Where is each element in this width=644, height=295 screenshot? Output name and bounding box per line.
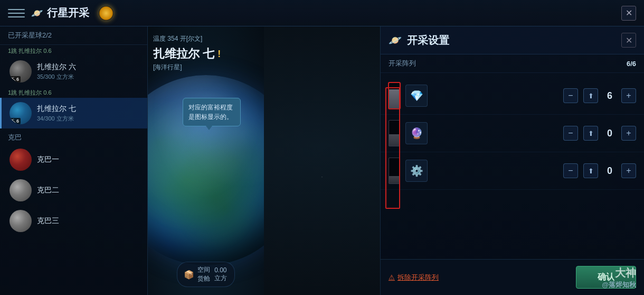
array-value: 6/6 bbox=[627, 60, 636, 68]
panel-close-button[interactable]: ✕ bbox=[621, 33, 636, 48]
sidebar-item-zavira7[interactable]: ⛏6 扎维拉尔 七 34/300 立方米 bbox=[0, 98, 147, 128]
watermark-top: 大神 bbox=[615, 266, 636, 280]
sidebar-item-zavira6[interactable]: ⛏6 扎维拉尔 六 35/300 立方米 bbox=[0, 56, 147, 87]
resource-controls-0: − ⬆ 6 + bbox=[433, 88, 636, 103]
increase-btn-0[interactable]: + bbox=[621, 88, 636, 103]
resource-icon-1: 🔮 bbox=[405, 122, 428, 144]
decrease-btn-0[interactable]: − bbox=[563, 88, 578, 103]
planet-avatar-zavira6: ⛏6 bbox=[10, 60, 32, 82]
increase-btn-1[interactable]: + bbox=[621, 126, 636, 141]
close-button-top[interactable]: ✕ bbox=[621, 6, 636, 21]
mining-panel: 🪐 开采设置 ✕ 开采阵列 6/6 💎 − ⬆ 6 + bbox=[380, 26, 644, 295]
resource-icon-2: ⚙️ bbox=[405, 160, 428, 182]
resource-controls-2: − ⬆ 0 + bbox=[433, 163, 636, 178]
resource-controls-1: − ⬆ 0 + bbox=[433, 126, 636, 141]
planet-info-zavira7: 扎维拉尔 七 34/300 立方米 bbox=[37, 104, 139, 123]
cargo-info: 📦 空间货舱 0.00立方 bbox=[177, 262, 235, 287]
watermark-bottom: @落烬知秋 bbox=[602, 280, 636, 290]
sidebar-item-keba2[interactable]: 克巴二 bbox=[0, 175, 147, 206]
planet-main-name: 扎维拉尔 七 ! bbox=[153, 46, 259, 62]
sidebar-header: 已开采星球2/2 bbox=[0, 26, 147, 45]
planet-name-zavira6: 扎维拉尔 六 bbox=[37, 62, 139, 72]
resource-panel: 💎 − ⬆ 6 + 🔮 − ⬆ 0 + bbox=[381, 73, 644, 194]
watermark: 大神 @落烬知秋 bbox=[602, 266, 636, 290]
title-area: 🪐 行星开采 bbox=[31, 6, 621, 21]
cargo-label: 空间货舱 bbox=[197, 265, 211, 283]
planet-type-tag: [海洋行星] bbox=[153, 63, 259, 72]
warning-small-icon: ⚠ bbox=[389, 273, 395, 281]
remove-label: 拆除开采阵列 bbox=[397, 273, 439, 282]
planet-info-keba3: 克巴三 bbox=[37, 216, 139, 226]
planet-info-keba2: 克巴二 bbox=[37, 186, 139, 195]
planet-name-keba2: 克巴二 bbox=[37, 186, 139, 195]
sun-icon bbox=[99, 6, 113, 21]
sidebar-item-keba3[interactable]: 克巴三 bbox=[0, 206, 147, 236]
resource-row-1: 🔮 − ⬆ 0 + bbox=[381, 115, 644, 152]
planet-resources-zavira7: 34/300 立方米 bbox=[37, 115, 139, 123]
planet-icon: 🪐 bbox=[31, 7, 43, 19]
warning-icon: ! bbox=[217, 49, 221, 60]
planet-info-keba1: 克巴一 bbox=[37, 155, 139, 164]
decrease-btn-2[interactable]: − bbox=[563, 163, 578, 178]
richness-highlight-overlay bbox=[385, 87, 400, 209]
remove-array-button[interactable]: ⚠ 拆除开采阵列 bbox=[389, 273, 439, 282]
planet-resources-zavira6: 35/300 立方米 bbox=[37, 73, 139, 81]
array-section: 开采阵列 6/6 bbox=[381, 54, 644, 73]
upload-btn-1[interactable]: ⬆ bbox=[583, 126, 598, 141]
sidebar-item-keba1[interactable]: 克巴一 bbox=[0, 144, 147, 175]
planet-temperature: 温度 354 开[尔文] bbox=[153, 34, 259, 43]
resource-row-2: ⚙️ − ⬆ 0 + bbox=[381, 152, 644, 190]
menu-icon[interactable] bbox=[8, 5, 25, 22]
cargo-icon: 📦 bbox=[184, 270, 194, 280]
jump-info-2: 1跳 扎维拉尔 0.6 bbox=[0, 87, 147, 98]
panel-title: 开采设置 bbox=[407, 33, 621, 48]
planet-avatar-keba2 bbox=[10, 179, 32, 201]
cargo-value: 0.00立方 bbox=[214, 266, 228, 283]
planet-avatar-keba3 bbox=[10, 210, 32, 232]
planet-name-zavira7: 扎维拉尔 七 bbox=[37, 104, 139, 114]
system-group-keba: 克巴 bbox=[0, 128, 147, 144]
planet-name-keba3: 克巴三 bbox=[37, 216, 139, 226]
upload-btn-2[interactable]: ⬆ bbox=[583, 163, 598, 178]
planet-avatar-keba1 bbox=[10, 149, 32, 171]
planet-avatar-zavira7: ⛏6 bbox=[10, 102, 32, 124]
planet-name-keba1: 克巴一 bbox=[37, 155, 139, 164]
increase-btn-2[interactable]: + bbox=[621, 163, 636, 178]
count-display-0: 6 bbox=[603, 90, 616, 102]
count-display-1: 0 bbox=[603, 128, 616, 139]
panel-planet-icon: 🪐 bbox=[389, 34, 402, 47]
top-bar: 🪐 行星开采 ✕ bbox=[0, 0, 644, 26]
top-title: 行星开采 bbox=[47, 6, 89, 20]
array-label: 开采阵列 bbox=[389, 59, 627, 68]
count-display-2: 0 bbox=[603, 165, 616, 177]
planet-header-info: 温度 354 开[尔文] 扎维拉尔 七 ! [海洋行星] bbox=[153, 34, 259, 72]
decrease-btn-1[interactable]: − bbox=[563, 126, 578, 141]
upload-btn-0[interactable]: ⬆ bbox=[583, 88, 598, 103]
planet-view: 温度 354 开[尔文] 扎维拉尔 七 ! [海洋行星] 📦 空间货舱 0.00… bbox=[148, 26, 264, 295]
resource-row-0: 💎 − ⬆ 6 + bbox=[381, 77, 644, 115]
tooltip-bubble: 对应的富裕程度是图标显示的。 bbox=[183, 98, 241, 126]
jump-info-1: 1跳 扎维拉尔 0.6 bbox=[0, 45, 147, 56]
panel-header: 🪐 开采设置 ✕ bbox=[381, 26, 644, 54]
sidebar: 已开采星球2/2 1跳 扎维拉尔 0.6 ⛏6 扎维拉尔 六 35/300 立方… bbox=[0, 26, 148, 295]
planet-info-zavira6: 扎维拉尔 六 35/300 立方米 bbox=[37, 62, 139, 81]
resource-icon-0: 💎 bbox=[405, 85, 428, 107]
